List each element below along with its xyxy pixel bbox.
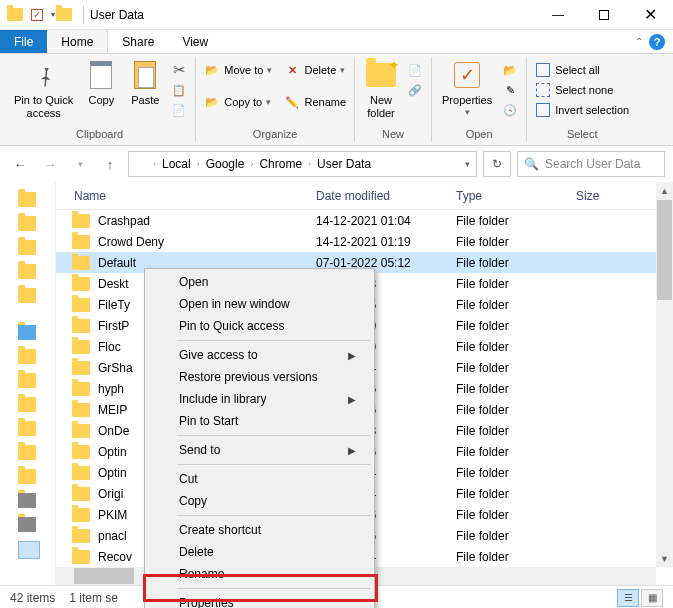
quick-save-icon[interactable]: ✓ bbox=[28, 6, 46, 24]
history-button[interactable]: 🕓 bbox=[500, 101, 520, 119]
paste-shortcut-icon: 📄 bbox=[171, 102, 187, 118]
row-date: 14-12-2021 01:19 bbox=[316, 235, 456, 249]
edit-button[interactable]: ✎ bbox=[500, 81, 520, 99]
properties-button[interactable]: ✓ Properties ▾ bbox=[438, 57, 496, 119]
folder-icon bbox=[72, 277, 90, 291]
menu-pin-quick-access[interactable]: Pin to Quick access bbox=[147, 315, 372, 337]
invert-selection-button[interactable]: Invert selection bbox=[533, 101, 631, 119]
recent-locations-button[interactable]: ▾ bbox=[68, 152, 92, 176]
details-view-button[interactable]: ☰ bbox=[617, 589, 639, 607]
table-row[interactable]: Crowd Deny14-12-2021 01:19File folder bbox=[56, 231, 673, 252]
menu-pin-start[interactable]: Pin to Start bbox=[147, 410, 372, 432]
path-box[interactable]: › Local› Google› Chrome› User Data ▾ bbox=[128, 151, 477, 177]
breadcrumb-segment[interactable]: Chrome bbox=[257, 157, 304, 171]
tree-drive-icon[interactable] bbox=[18, 517, 36, 532]
tab-view[interactable]: View bbox=[168, 30, 222, 53]
new-folder-button[interactable]: New folder bbox=[361, 57, 401, 121]
column-header-type[interactable]: Type bbox=[456, 189, 576, 203]
paste-button[interactable]: Paste bbox=[125, 57, 165, 109]
icons-view-button[interactable]: ▦ bbox=[641, 589, 663, 607]
menu-include-library[interactable]: Include in library▶ bbox=[147, 388, 372, 410]
scroll-down-icon[interactable]: ▼ bbox=[656, 550, 673, 567]
tree-folder-icon[interactable] bbox=[18, 373, 36, 388]
tab-home[interactable]: Home bbox=[47, 30, 108, 53]
tree-folder-icon[interactable] bbox=[18, 288, 36, 303]
close-button[interactable]: ✕ bbox=[627, 0, 673, 30]
menu-properties[interactable]: Properties bbox=[147, 592, 372, 608]
menu-cut[interactable]: Cut bbox=[147, 468, 372, 490]
tree-folder-icon[interactable] bbox=[18, 421, 36, 436]
group-label-open: Open bbox=[438, 128, 520, 142]
refresh-button[interactable]: ↻ bbox=[483, 151, 511, 177]
new-item-button[interactable]: 📄 bbox=[405, 61, 425, 79]
menu-separator bbox=[177, 588, 370, 589]
path-dropdown-icon[interactable]: ▾ bbox=[465, 159, 476, 169]
help-button[interactable]: ? bbox=[649, 34, 665, 50]
menu-open[interactable]: Open bbox=[147, 271, 372, 293]
nav-tree[interactable] bbox=[0, 182, 56, 585]
tree-drive-icon[interactable] bbox=[18, 493, 36, 508]
move-to-button[interactable]: 📂Move to▾ bbox=[202, 61, 274, 79]
up-button[interactable]: ↑ bbox=[98, 152, 122, 176]
menu-send-to[interactable]: Send to▶ bbox=[147, 439, 372, 461]
scroll-thumb[interactable] bbox=[74, 568, 134, 584]
menu-delete[interactable]: Delete bbox=[147, 541, 372, 563]
tab-file[interactable]: File bbox=[0, 30, 47, 53]
tree-folder-icon[interactable] bbox=[18, 445, 36, 460]
select-all-button[interactable]: Select all bbox=[533, 61, 631, 79]
table-row[interactable]: Crashpad14-12-2021 01:04File folder bbox=[56, 210, 673, 231]
forward-button[interactable]: → bbox=[38, 152, 62, 176]
column-header-date[interactable]: Date modified bbox=[316, 189, 456, 203]
tree-folder-icon[interactable] bbox=[18, 192, 36, 207]
menu-restore-versions[interactable]: Restore previous versions bbox=[147, 366, 372, 388]
group-label-clipboard: Clipboard bbox=[10, 128, 189, 142]
menu-open-new-window[interactable]: Open in new window bbox=[147, 293, 372, 315]
menu-create-shortcut[interactable]: Create shortcut bbox=[147, 519, 372, 541]
folder-icon bbox=[72, 487, 90, 501]
vertical-scrollbar[interactable]: ▲ ▼ bbox=[656, 182, 673, 567]
tree-selected-item[interactable] bbox=[18, 541, 40, 559]
tree-folder-icon[interactable] bbox=[18, 216, 36, 231]
back-button[interactable]: ← bbox=[8, 152, 32, 176]
tree-pc-icon[interactable] bbox=[18, 325, 36, 340]
cut-button[interactable]: ✂ bbox=[169, 61, 189, 79]
copy-path-button[interactable]: 📋 bbox=[169, 81, 189, 99]
folder-icon bbox=[72, 550, 90, 564]
paste-shortcut-button[interactable]: 📄 bbox=[169, 101, 189, 119]
search-input[interactable]: 🔍Search User Data bbox=[517, 151, 665, 177]
breadcrumb-segment[interactable]: Google bbox=[204, 157, 247, 171]
tree-folder-icon[interactable] bbox=[18, 397, 36, 412]
delete-button[interactable]: ✕Delete▾ bbox=[282, 61, 348, 79]
copy-button[interactable]: Copy bbox=[81, 57, 121, 109]
folder-icon bbox=[72, 214, 90, 228]
breadcrumb-segment[interactable]: Local bbox=[160, 157, 193, 171]
folder-icon bbox=[72, 382, 90, 396]
select-none-button[interactable]: Select none bbox=[533, 81, 631, 99]
scroll-thumb[interactable] bbox=[657, 200, 672, 300]
row-type: File folder bbox=[456, 256, 576, 270]
maximize-button[interactable] bbox=[581, 0, 627, 30]
tree-folder-icon[interactable] bbox=[18, 469, 36, 484]
menu-give-access-to[interactable]: Give access to▶ bbox=[147, 344, 372, 366]
collapse-ribbon-icon[interactable]: ⌃ bbox=[635, 36, 643, 47]
column-header-size[interactable]: Size bbox=[576, 189, 636, 203]
column-header-name[interactable]: Name bbox=[56, 189, 316, 203]
tree-folder-icon[interactable] bbox=[18, 264, 36, 279]
pin-quick-access-button[interactable]: Pin to Quick access bbox=[10, 57, 77, 121]
minimize-button[interactable]: — bbox=[535, 0, 581, 30]
folder-icon bbox=[72, 424, 90, 438]
tree-folder-icon[interactable] bbox=[18, 349, 36, 364]
tree-folder-icon[interactable] bbox=[18, 240, 36, 255]
menu-rename[interactable]: Rename bbox=[147, 563, 372, 585]
scroll-up-icon[interactable]: ▲ bbox=[656, 182, 673, 199]
menu-copy[interactable]: Copy bbox=[147, 490, 372, 512]
copy-to-button[interactable]: 📂Copy to▾ bbox=[202, 93, 274, 111]
row-type: File folder bbox=[456, 445, 576, 459]
rename-button[interactable]: ✏️Rename bbox=[282, 93, 348, 111]
folder-icon bbox=[72, 340, 90, 354]
open-with-button[interactable]: 📂 bbox=[500, 61, 520, 79]
breadcrumb-segment[interactable]: User Data bbox=[315, 157, 373, 171]
tab-share[interactable]: Share bbox=[108, 30, 168, 53]
easy-access-button[interactable]: 🔗 bbox=[405, 81, 425, 99]
properties-icon: ✓ bbox=[454, 62, 480, 88]
